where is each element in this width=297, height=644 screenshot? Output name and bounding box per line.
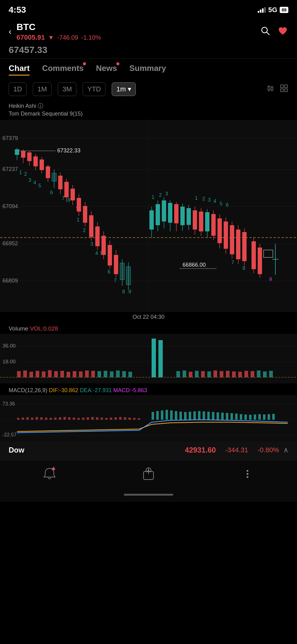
svg-rect-155 [97, 371, 101, 377]
macd-dea-label: DEA:-27.931 [80, 387, 112, 393]
svg-text:2: 2 [159, 192, 162, 198]
svg-rect-163 [176, 371, 180, 377]
svg-rect-191 [45, 418, 47, 420]
header-actions [260, 25, 288, 38]
price-change: -746.09 [57, 34, 78, 41]
svg-point-244 [247, 476, 248, 478]
macd-value-label: MACD:-5.863 [113, 387, 147, 393]
favorite-button[interactable] [277, 25, 288, 38]
svg-rect-129 [252, 241, 256, 269]
price-row: 67005.91 ▼ -746.09 -1.10% [16, 33, 255, 42]
indicators-labels: Heikin Ashi ⓘ Tom Demark Sequential 9(15… [0, 100, 297, 120]
svg-rect-195 [63, 417, 66, 420]
svg-text:67237: 67237 [2, 166, 18, 172]
svg-rect-162 [158, 340, 163, 377]
svg-rect-77 [114, 255, 118, 274]
svg-rect-92 [168, 203, 172, 223]
svg-rect-194 [59, 417, 61, 420]
svg-rect-74 [108, 245, 112, 265]
svg-rect-65 [89, 215, 93, 237]
news-notification-dot [116, 62, 119, 65]
grid-icon[interactable] [280, 84, 288, 94]
back-button[interactable]: ‹ [9, 27, 11, 37]
svg-rect-149 [60, 371, 64, 377]
svg-rect-231 [240, 414, 242, 420]
svg-text:6: 6 [50, 190, 53, 195]
svg-rect-225 [212, 412, 214, 420]
svg-rect-165 [189, 372, 192, 377]
svg-rect-196 [68, 417, 71, 420]
macd-label: MACD(12,26,9) DIF:-30.862 DEA:-27.931 MA… [0, 387, 297, 394]
period-3m[interactable]: 3M [58, 82, 77, 96]
svg-rect-152 [79, 371, 83, 377]
tab-news[interactable]: News [96, 64, 117, 75]
svg-rect-160 [128, 372, 132, 377]
svg-rect-217 [175, 411, 177, 420]
home-indicator [0, 491, 297, 502]
svg-rect-206 [114, 417, 117, 420]
svg-text:-22.57: -22.57 [2, 432, 16, 437]
volume-chart: 36.00 18.00 [0, 334, 297, 383]
main-chart-area[interactable]: 67379 67237 67094 66952 66809 67322.33 6… [0, 120, 297, 312]
chart-type-icons [267, 84, 288, 94]
svg-text:4: 4 [33, 180, 36, 185]
svg-rect-199 [82, 418, 84, 420]
svg-rect-205 [110, 418, 112, 420]
tab-chart[interactable]: Chart [9, 64, 30, 75]
share-button[interactable] [141, 467, 156, 481]
dow-bar[interactable]: Dow 42931.60 -344.31 -0.80% ∧ [0, 440, 297, 460]
svg-rect-226 [217, 412, 219, 420]
svg-rect-201 [91, 417, 94, 420]
svg-text:67379: 67379 [2, 135, 18, 141]
svg-rect-171 [226, 371, 230, 377]
period-1m[interactable]: 1M [33, 82, 52, 96]
svg-rect-142 [17, 371, 21, 377]
period-1min-dropdown[interactable]: 1m ▾ [112, 82, 136, 96]
home-bar [124, 494, 173, 496]
indicator-heikin-ashi: Heikin Ashi ⓘ [9, 102, 288, 110]
dow-change: -344.31 [225, 446, 248, 454]
more-options-button[interactable] [240, 467, 255, 481]
tab-summary[interactable]: Summary [129, 64, 166, 75]
period-1d[interactable]: 1D [9, 82, 27, 96]
alert-button[interactable] [42, 467, 57, 481]
volume-label: Volume VOL:0.028 [0, 325, 297, 332]
svg-rect-59 [77, 198, 81, 212]
status-icons: 5G 89 [258, 6, 288, 14]
svg-text:4: 4 [95, 251, 98, 256]
svg-rect-223 [203, 411, 205, 420]
svg-rect-176 [257, 370, 260, 377]
svg-text:2: 2 [83, 228, 86, 233]
svg-rect-32 [21, 151, 25, 158]
tab-comments[interactable]: Comments [42, 64, 84, 75]
svg-rect-186 [22, 418, 24, 420]
svg-text:2: 2 [24, 171, 27, 177]
svg-text:18.00: 18.00 [2, 359, 16, 365]
svg-rect-131 [258, 248, 262, 274]
svg-rect-96 [180, 207, 185, 225]
svg-rect-213 [156, 411, 159, 420]
svg-text:73.36: 73.36 [2, 401, 15, 406]
vol-value: VOL:0.028 [30, 325, 58, 332]
svg-rect-173 [238, 372, 242, 377]
bottom-nav [0, 460, 297, 491]
period-ytd[interactable]: YTD [83, 82, 105, 96]
svg-rect-82 [126, 267, 131, 285]
svg-rect-157 [110, 371, 114, 377]
svg-rect-235 [258, 414, 261, 420]
candlestick-icon[interactable] [267, 84, 275, 94]
svg-rect-109 [211, 214, 216, 236]
search-button[interactable] [260, 25, 271, 38]
svg-text:9: 9 [128, 289, 131, 294]
svg-rect-208 [124, 417, 126, 420]
svg-rect-115 [217, 218, 222, 243]
svg-rect-192 [50, 418, 52, 420]
signal-bars [258, 7, 266, 13]
dow-label: Dow [9, 446, 185, 454]
current-price: 67005.91 [16, 33, 45, 42]
svg-text:3: 3 [90, 241, 93, 247]
header: ‹ BTC 67005.91 ▼ -746.09 -1.10% [0, 19, 297, 45]
dow-change-pct: -0.80% [257, 446, 279, 454]
svg-rect-224 [207, 412, 210, 420]
svg-rect-236 [263, 414, 265, 420]
